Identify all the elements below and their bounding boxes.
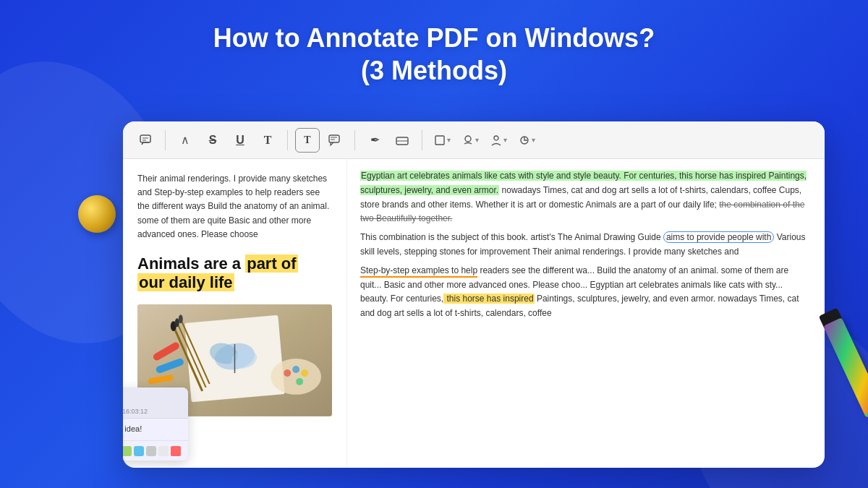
toolbar-strikethrough-btn[interactable]: S <box>200 128 225 153</box>
toolbar: ∧ S U T T ✒ ▾ <box>123 121 825 159</box>
right-para3: Step-by-step examples to help readers se… <box>360 264 812 321</box>
pdf-content: Their animal renderings. I provide many … <box>123 159 825 468</box>
svg-rect-0 <box>140 135 150 142</box>
toolbar-text2-btn[interactable]: T <box>295 128 320 153</box>
heading-prefix: Animals are a <box>137 254 245 273</box>
intro-text: Their animal renderings. I provide many … <box>137 172 332 241</box>
toolbar-comment-btn[interactable] <box>133 128 158 153</box>
svg-point-25 <box>301 369 308 377</box>
svg-point-23 <box>284 369 291 377</box>
title-line2: (3 Methods) <box>0 54 868 87</box>
page-title: How to Annotate PDF on Windows? (3 Metho… <box>0 22 868 87</box>
sticky-header: Sticky Note UPDF Oct 9, 2022 at 16:03:12 <box>123 388 188 419</box>
sticky-date: Oct 9, 2022 at 16:03:12 <box>123 408 148 415</box>
sticky-meta: UPDF Oct 9, 2022 at 16:03:12 <box>123 401 181 415</box>
toolbar-stamp-btn[interactable]: ▾ <box>458 128 483 153</box>
circle-annotation: aims to provide people with <box>663 231 774 243</box>
svg-point-22 <box>271 359 321 395</box>
toolbar-sep4 <box>422 130 422 150</box>
svg-rect-3 <box>329 135 339 142</box>
svg-point-10 <box>494 136 498 140</box>
toolbar-measure-btn[interactable]: ▾ <box>514 128 540 153</box>
toolbar-underline-btn[interactable]: U <box>228 128 252 153</box>
svg-point-26 <box>296 378 303 385</box>
measure-arrow: ▾ <box>532 136 535 144</box>
color-green[interactable] <box>123 446 132 456</box>
left-column: Their animal renderings. I provide many … <box>123 159 347 468</box>
orange-underline: Step-by-step examples to help <box>360 265 477 278</box>
sticky-note: Sticky Note UPDF Oct 9, 2022 at 16:03:12… <box>123 388 188 461</box>
stamp-arrow: ▾ <box>475 136 479 144</box>
toolbar-pen-btn[interactable]: ∧ <box>173 128 197 153</box>
sticky-color-palette <box>123 446 181 456</box>
right-column: Egyptian art celebrates animals like cat… <box>347 159 825 468</box>
sticky-body: Got it! Good idea! <box>123 419 188 440</box>
svg-point-9 <box>465 136 471 142</box>
signature-arrow: ▾ <box>503 136 507 144</box>
toolbar-callout-btn[interactable] <box>323 128 347 153</box>
right-para1: Egyptian art celebrates animals like cat… <box>360 169 812 226</box>
svg-point-32 <box>179 314 183 323</box>
color-gray[interactable] <box>146 446 156 456</box>
gold-ball-decoration <box>78 195 116 233</box>
toolbar-sep2 <box>287 130 288 150</box>
sticky-delete-btn[interactable] <box>171 446 181 456</box>
title-line1: How to Annotate PDF on Windows? <box>0 22 868 54</box>
animals-heading: Animals are a part of our daily life <box>137 254 332 293</box>
sticky-title: Sticky Note <box>123 392 181 401</box>
toolbar-signature-btn[interactable]: ▾ <box>486 128 511 153</box>
heading-highlight: part of <box>245 254 297 273</box>
toolbar-sep1 <box>165 130 166 150</box>
toolbar-shapes-btn[interactable]: ▾ <box>430 128 455 153</box>
yellow-highlight-2: this horse has inspired <box>443 294 534 304</box>
right-para2: This combination is the subject of this … <box>360 231 812 260</box>
svg-point-24 <box>292 366 299 373</box>
pdf-panel: ∧ S U T T ✒ ▾ <box>123 121 825 468</box>
svg-rect-8 <box>435 136 444 145</box>
heading-line2: our daily life <box>137 273 234 291</box>
toolbar-text-btn[interactable]: T <box>255 128 280 153</box>
toolbar-eraser-btn[interactable] <box>390 128 414 153</box>
toolbar-sep3 <box>354 130 355 150</box>
shapes-arrow: ▾ <box>447 136 451 144</box>
toolbar-freehand-btn[interactable]: ✒ <box>362 128 387 153</box>
color-blue[interactable] <box>134 446 144 456</box>
color-light[interactable] <box>158 446 169 456</box>
sticky-footer: 🗑 <box>123 440 188 461</box>
sticky-content: Got it! Good idea! <box>123 424 142 433</box>
